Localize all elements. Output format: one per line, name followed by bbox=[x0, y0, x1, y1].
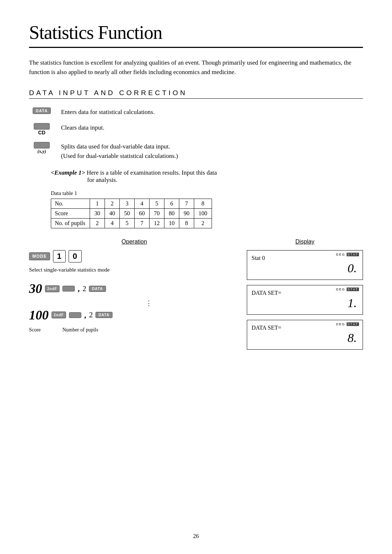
table-cell: 1 bbox=[90, 199, 105, 209]
deg-label-1: DEG bbox=[336, 253, 346, 256]
page-title: Statistics Function bbox=[29, 22, 363, 43]
score-100: 100 bbox=[29, 307, 49, 323]
key-row-xy: (x,y) Splits data used for dual-variable… bbox=[29, 142, 363, 160]
pupils-label: Number of pupils bbox=[62, 327, 98, 333]
table-cell: 5 bbox=[150, 199, 164, 209]
comma-char-1: , bbox=[78, 284, 80, 293]
xy-key-label: (x,y) bbox=[37, 148, 46, 154]
2ndf-button-2[interactable]: 2ndF bbox=[52, 311, 66, 318]
deg-label-2: DEG bbox=[336, 288, 346, 291]
data-key-button[interactable]: DATA bbox=[33, 107, 51, 114]
display-box-dataset1: DEG STAT DATA SET= 1. bbox=[247, 285, 363, 315]
table-cell: 80 bbox=[164, 209, 179, 219]
stat-label-2: STAT bbox=[347, 288, 359, 291]
display-header: Display bbox=[247, 239, 363, 245]
page-number: 26 bbox=[0, 533, 392, 539]
intro-paragraph: The statistics function is excellent for… bbox=[29, 58, 363, 77]
data-key-block: DATA bbox=[29, 107, 54, 114]
table-cell: Score bbox=[51, 209, 90, 219]
table-cell: 3 bbox=[120, 199, 135, 209]
display-value-1: 0. bbox=[252, 261, 358, 275]
table-cell: 4 bbox=[105, 219, 120, 228]
xy-key-description: Splits data used for dual-variable data … bbox=[61, 142, 178, 160]
table-cell: 5 bbox=[120, 219, 135, 228]
comma-key-1[interactable] bbox=[62, 286, 75, 292]
data-key-description: Enters data for statistical calculations… bbox=[61, 107, 155, 117]
table-cell: 90 bbox=[179, 209, 194, 219]
mode-button[interactable]: MODE bbox=[29, 252, 50, 260]
table-cell: 100 bbox=[194, 209, 212, 219]
display-box-stat0: DEG STAT Stat 0 0. bbox=[247, 250, 363, 280]
table-cell: 40 bbox=[105, 209, 120, 219]
table-cell: 8 bbox=[194, 199, 212, 209]
data-button-2[interactable]: DATA bbox=[95, 312, 112, 318]
score-label: Score bbox=[29, 327, 41, 333]
xy-key-block: (x,y) bbox=[29, 142, 54, 154]
dots-1: ⋮ bbox=[58, 301, 240, 306]
example-label: <Example 1> Here is a table of examinati… bbox=[51, 169, 217, 176]
op-row-mode: MODE 1 0 bbox=[29, 250, 240, 262]
table-cell: 50 bbox=[120, 209, 135, 219]
data-button-1[interactable]: DATA bbox=[89, 286, 106, 292]
display-box-dataset8: DEG STAT DATA SET= 8. bbox=[247, 320, 363, 350]
display-indicators-2: DEG STAT bbox=[336, 288, 359, 291]
table-cell: No. of pupils bbox=[51, 219, 90, 228]
example-text: for analysis. bbox=[87, 176, 117, 183]
cd-key-label: CD bbox=[38, 130, 45, 135]
op-row-30: 30 2ndF , 2 DATA bbox=[29, 281, 240, 296]
display-indicators-1: DEG STAT bbox=[336, 253, 359, 256]
table-cell: 2 bbox=[90, 219, 105, 228]
cd-key-block: CD bbox=[29, 123, 54, 135]
cd-key-button[interactable] bbox=[34, 123, 50, 130]
num-2-second: 2 bbox=[89, 311, 93, 319]
mode-description: Select single-variable statistics mode bbox=[29, 267, 240, 273]
xy-key-button[interactable] bbox=[34, 142, 50, 148]
table-cell: No. bbox=[51, 199, 90, 209]
one-button[interactable]: 1 bbox=[53, 250, 66, 262]
data-table-label: Data table 1 bbox=[51, 190, 363, 196]
display-value-2: 1. bbox=[252, 296, 358, 310]
2ndf-button-1[interactable]: 2ndF bbox=[45, 285, 60, 292]
table-row-header: No. 1 2 3 4 5 6 7 8 bbox=[51, 199, 212, 209]
table-cell: 7 bbox=[135, 219, 150, 228]
num-2-first: 2 bbox=[82, 285, 86, 293]
table-cell: 6 bbox=[164, 199, 179, 209]
table-row-pupils: No. of pupils 2 4 5 7 12 10 8 2 bbox=[51, 219, 212, 228]
stat-label-1: STAT bbox=[347, 253, 359, 256]
cd-key-description: Clears data input. bbox=[61, 123, 104, 133]
score-30: 30 bbox=[29, 281, 42, 296]
display-value-3: 8. bbox=[252, 331, 358, 345]
comma-char-2: , bbox=[84, 310, 86, 320]
data-table: No. 1 2 3 4 5 6 7 8 Score 30 40 50 60 70… bbox=[51, 199, 212, 228]
score-label-row: Score Number of pupils bbox=[29, 327, 240, 333]
stat-label-3: STAT bbox=[347, 322, 359, 326]
operation-display-section: Operation MODE 1 0 Select single-variabl… bbox=[29, 239, 363, 355]
comma-key-2[interactable] bbox=[69, 312, 81, 318]
deg-label-3: DEG bbox=[336, 322, 346, 326]
table-cell: 8 bbox=[179, 219, 194, 228]
example-block: <Example 1> Here is a table of examinati… bbox=[51, 169, 363, 184]
op-row-100: 100 2ndF , 2 DATA bbox=[29, 307, 240, 323]
operation-header: Operation bbox=[29, 239, 240, 245]
table-row-score: Score 30 40 50 60 70 80 90 100 bbox=[51, 209, 212, 219]
table-cell: 70 bbox=[150, 209, 164, 219]
table-cell: 12 bbox=[150, 219, 164, 228]
zero-button[interactable]: 0 bbox=[69, 250, 81, 262]
title-divider bbox=[29, 47, 363, 48]
operation-column: Operation MODE 1 0 Select single-variabl… bbox=[29, 239, 247, 355]
table-cell: 2 bbox=[194, 219, 212, 228]
table-cell: 7 bbox=[179, 199, 194, 209]
table-cell: 4 bbox=[135, 199, 150, 209]
table-cell: 30 bbox=[90, 209, 105, 219]
table-cell: 2 bbox=[105, 199, 120, 209]
table-cell: 10 bbox=[164, 219, 179, 228]
table-cell: 60 bbox=[135, 209, 150, 219]
display-indicators-3: DEG STAT bbox=[336, 322, 359, 326]
section-heading: DATA INPUT AND CORRECTION bbox=[29, 89, 363, 99]
display-column: Display DEG STAT Stat 0 0. DEG STAT DATA… bbox=[247, 239, 363, 355]
key-row-data: DATA Enters data for statistical calcula… bbox=[29, 107, 363, 117]
key-row-cd: CD Clears data input. bbox=[29, 123, 363, 135]
